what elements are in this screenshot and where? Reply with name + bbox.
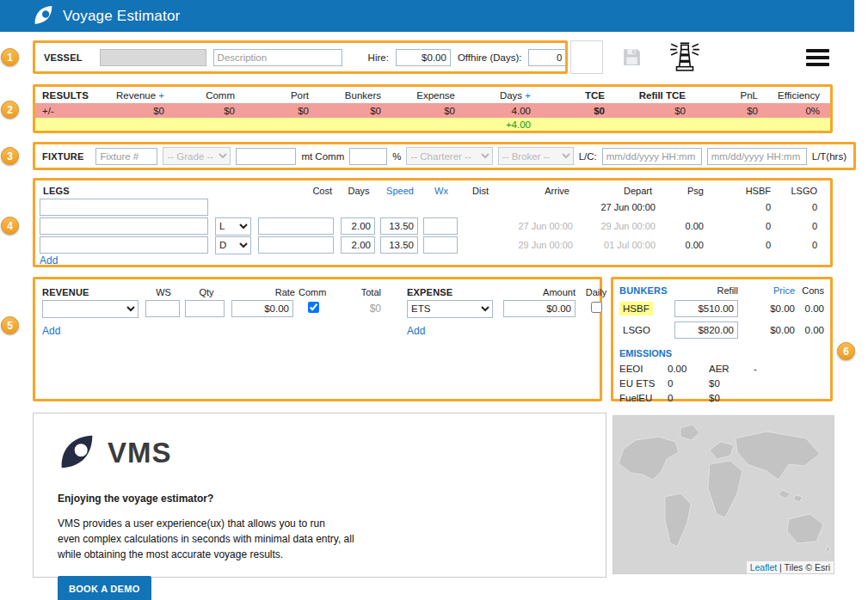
leg2-port-input[interactable] xyxy=(40,217,208,235)
add-expense-link[interactable]: Add xyxy=(407,325,425,337)
bunker-row-hsbf: HSBF $0.00 0.00 xyxy=(619,297,824,319)
aer-value: - xyxy=(754,364,824,374)
pnl-value: $0 xyxy=(696,106,768,116)
euets-value: 0 xyxy=(668,378,705,389)
world-map[interactable]: Leaflet | Tiles © Esri xyxy=(613,415,834,574)
leg3-depart: 01 Jul 00:00 xyxy=(578,240,657,250)
leg2-wx-input[interactable] xyxy=(423,217,458,235)
offhire-input[interactable] xyxy=(528,49,566,66)
tiles-credit: | Tiles © Esri xyxy=(777,562,830,572)
section-badge-4: 4 xyxy=(1,217,19,235)
comm-percent-input[interactable] xyxy=(349,148,387,165)
col-speed[interactable]: Speed xyxy=(380,186,420,196)
col-pnl: PnL xyxy=(696,90,768,101)
col-leg-days: Days xyxy=(341,186,377,196)
eeoi-label: EEOI xyxy=(619,364,664,374)
app-logo-icon xyxy=(33,4,54,28)
results-row-label: +/- xyxy=(35,106,95,116)
revenue-header-row: REVENUE WS Qty Rate Comm Total xyxy=(42,285,381,298)
leg2-arrive: 27 Jun 00:00 xyxy=(497,221,575,231)
hsbf-refill-input[interactable] xyxy=(674,300,738,317)
extra-days-value: +4.00 xyxy=(465,119,541,130)
map-attribution: Leaflet | Tiles © Esri xyxy=(747,561,834,573)
add-revenue-link[interactable]: Add xyxy=(42,325,60,337)
hire-input[interactable] xyxy=(396,49,451,66)
lsgo-name: LSGO xyxy=(619,323,654,337)
laycan-from-input[interactable] xyxy=(602,148,702,165)
leg2-speed-input[interactable] xyxy=(380,217,418,235)
comm-value: $0 xyxy=(175,106,245,116)
col-days: Days + xyxy=(465,90,541,101)
revenue-comm-checkbox[interactable] xyxy=(308,302,319,313)
col-arrive: Arrive xyxy=(497,186,575,196)
revenue-expense-section: REVENUE WS Qty Rate Comm Total $0 Add EX… xyxy=(33,277,602,401)
expense-amount-input[interactable] xyxy=(503,300,576,317)
col-daily: Daily xyxy=(579,287,613,297)
leg3-cost-input[interactable] xyxy=(258,236,334,254)
bunker-row-lsgo: LSGO $0.00 0.00 xyxy=(619,319,824,340)
section-badge-1: 1 xyxy=(1,48,19,66)
hsbf-price-value: $0.00 xyxy=(742,303,795,314)
save-button[interactable] xyxy=(621,46,643,70)
leg3-days-input[interactable] xyxy=(341,236,375,254)
lsgo-price-value: $0.00 xyxy=(742,325,795,335)
revenue-row: $0 xyxy=(42,298,381,319)
add-leg-link[interactable]: Add xyxy=(40,254,58,266)
col-price[interactable]: Price xyxy=(742,285,795,296)
leg1-port-input[interactable] xyxy=(40,199,208,216)
section-badge-5: 5 xyxy=(1,316,19,334)
bunkers-section: BUNKERS Refill Price Cons HSBF $0.00 0.0… xyxy=(611,277,833,401)
leg3-hsbf: 0 xyxy=(712,240,776,250)
leg2-psg: 0.00 xyxy=(661,221,709,231)
leg3-wx-input[interactable] xyxy=(423,236,458,254)
percent-label: % xyxy=(392,151,401,162)
leg3-port-input[interactable] xyxy=(40,236,208,254)
book-demo-button[interactable]: BOOK A DEMO xyxy=(58,576,151,600)
qty-input[interactable] xyxy=(185,300,225,317)
ws-input[interactable] xyxy=(145,300,180,317)
days-plus-link[interactable]: + xyxy=(525,90,531,101)
results-label: RESULTS xyxy=(35,90,95,101)
expense-daily-checkbox[interactable] xyxy=(591,302,602,313)
vessel-description-input[interactable] xyxy=(213,49,342,66)
col-bunkers: Bunkers xyxy=(319,90,391,101)
vessel-section: VESSEL Hire: Offhire (Days): xyxy=(33,40,568,74)
vms-logo-icon xyxy=(58,432,96,474)
fixture-number-input[interactable] xyxy=(95,148,157,165)
section-badge-6: 6 xyxy=(837,342,855,360)
leg1-lsgo: 0 xyxy=(779,202,822,212)
leg2-days-input[interactable] xyxy=(341,217,375,235)
leg-row-1: 27 Jun 00:00 0 0 xyxy=(40,198,826,217)
results-extra-row: +4.00 xyxy=(35,118,830,131)
expense-header-row: EXPENSE Amount Daily xyxy=(407,285,613,298)
laycan-to-input[interactable] xyxy=(707,148,807,165)
menu-icon xyxy=(806,49,829,52)
col-efficiency: Efficiency xyxy=(768,90,830,101)
results-section: RESULTS Revenue + Comm Port Bunkers Expe… xyxy=(33,84,833,133)
leaflet-link[interactable]: Leaflet xyxy=(750,562,778,572)
lsgo-refill-input[interactable] xyxy=(674,321,738,339)
laytime-hours-label: L/T(hrs) xyxy=(812,151,846,162)
quantity-input[interactable] xyxy=(236,148,296,165)
lighthouse-button[interactable] xyxy=(669,40,700,75)
revenue-plus-link[interactable]: + xyxy=(158,90,164,101)
emissions-label: EMISSIONS xyxy=(619,348,824,358)
revenue-type-select[interactable] xyxy=(42,300,139,318)
expense-type-select[interactable]: ETS xyxy=(407,300,493,318)
refill-tce-value: $0 xyxy=(615,106,696,116)
leg2-cost-input[interactable] xyxy=(258,217,334,235)
rate-input[interactable] xyxy=(231,300,293,317)
leg3-speed-input[interactable] xyxy=(380,236,418,254)
revenue-total-value: $0 xyxy=(331,303,381,315)
bunkers-value: $0 xyxy=(319,106,391,116)
fueleu-value: 0 xyxy=(668,393,705,403)
col-wx[interactable]: Wx xyxy=(423,186,459,196)
menu-button[interactable] xyxy=(806,49,829,66)
leg2-type-select[interactable]: L xyxy=(215,217,251,236)
leg-row-3: D 29 Jun 00:00 01 Jul 00:00 0.00 0 0 xyxy=(40,236,826,254)
leg1-hsbf: 0 xyxy=(712,202,776,212)
lighthouse-icon xyxy=(669,62,700,75)
results-header-row: RESULTS Revenue + Comm Port Bunkers Expe… xyxy=(35,87,830,103)
laycan-label: L/C: xyxy=(579,151,597,162)
leg3-type-select[interactable]: D xyxy=(215,236,251,254)
